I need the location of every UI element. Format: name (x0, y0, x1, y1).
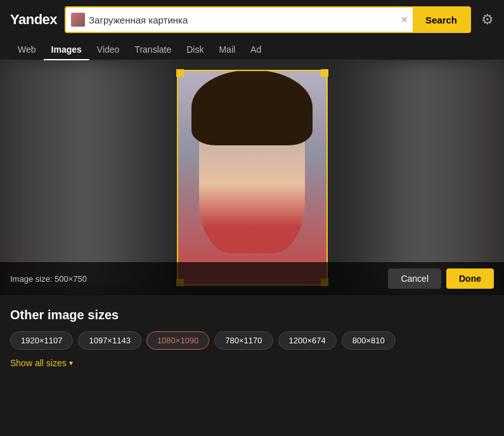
show-all-label: Show all sizes (10, 358, 67, 368)
portrait-image (177, 70, 328, 286)
nav-item-video[interactable]: Video (89, 39, 127, 60)
size-chip-1[interactable]: 1097×1143 (78, 331, 141, 350)
done-button[interactable]: Done (446, 268, 494, 289)
sizes-title: Other image sizes (10, 308, 494, 322)
search-thumbnail (71, 13, 85, 27)
search-bar[interactable]: Загруженная картинка × Search (65, 6, 471, 33)
size-chip-5[interactable]: 800×810 (342, 331, 396, 350)
image-size-label: Image size: 500×750 (10, 274, 87, 284)
nav-item-translate[interactable]: Translate (127, 39, 179, 60)
nav-item-disk[interactable]: Disk (179, 39, 211, 60)
blurred-bg-left (0, 60, 178, 295)
nav-item-web[interactable]: Web (10, 39, 44, 60)
show-all-link[interactable]: Show all sizes ▾ (10, 358, 73, 368)
size-chip-2[interactable]: 1080×1090 (146, 331, 209, 350)
action-buttons: Cancel Done (388, 268, 494, 289)
blurred-bg-right (339, 60, 504, 295)
size-chip-3[interactable]: 780×1170 (214, 331, 273, 350)
sizes-chips: 1920×1107 1097×1143 1080×1090 780×1170 1… (10, 331, 494, 350)
cancel-button[interactable]: Cancel (388, 268, 441, 289)
main-image-container (177, 70, 328, 286)
clear-button[interactable]: × (396, 13, 413, 27)
header: Yandex Загруженная картинка × Search ⚙ (0, 0, 504, 39)
thumbnail-preview (71, 13, 85, 27)
settings-icon[interactable]: ⚙ (481, 11, 494, 28)
logo: Yandex (10, 11, 57, 28)
size-chip-0[interactable]: 1920×1107 (10, 331, 73, 350)
nav-item-images[interactable]: Images (44, 39, 89, 60)
image-info-bar: Image size: 500×750 Cancel Done (0, 262, 504, 295)
search-query: Загруженная картинка (89, 15, 188, 25)
image-preview-area: Image size: 500×750 Cancel Done (0, 60, 504, 295)
search-bar-inner: Загруженная картинка (66, 13, 396, 27)
size-chip-4[interactable]: 1200×674 (278, 331, 337, 350)
nav-item-mail[interactable]: Mail (211, 39, 243, 60)
search-button[interactable]: Search (413, 6, 470, 33)
sizes-section: Other image sizes 1920×1107 1097×1143 10… (0, 295, 504, 376)
nav: Web Images Video Translate Disk Mail Ad (0, 39, 504, 60)
nav-item-ad[interactable]: Ad (243, 39, 269, 60)
chevron-down-icon: ▾ (69, 359, 73, 367)
